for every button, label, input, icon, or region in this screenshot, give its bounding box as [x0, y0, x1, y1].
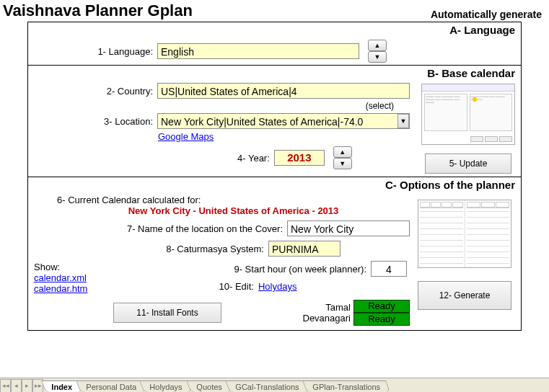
- show-xml-link[interactable]: calendar.xml: [34, 272, 100, 283]
- page-title: Vaishnava Planner Gplan: [3, 1, 193, 20]
- show-htm-link[interactable]: calendar.htm: [34, 283, 100, 294]
- tab-nav-next[interactable]: ▸: [22, 379, 32, 392]
- location-combo[interactable]: New York City|United States of America|-…: [157, 113, 410, 129]
- section-a-title: A- Language: [28, 22, 521, 37]
- tab-holydays[interactable]: Holydays: [140, 380, 193, 392]
- google-maps-link[interactable]: Google Maps: [158, 131, 214, 142]
- current-calendar-label: 6- Current Calendar calculated for:: [57, 195, 201, 205]
- year-label: 4- Year:: [237, 153, 270, 164]
- caturmasya-field[interactable]: PURNIMA: [268, 241, 341, 257]
- select-hint: (select): [366, 101, 394, 111]
- section-b-title: B- Base calendar: [28, 66, 521, 81]
- install-fonts-button[interactable]: 11- Install Fonts: [113, 303, 221, 323]
- font-devanagari-status: Ready: [353, 313, 410, 326]
- location-label: 3- Location:: [34, 116, 153, 127]
- country-field[interactable]: US|United States of America|4: [157, 83, 410, 99]
- language-spin-down[interactable]: ▼: [368, 51, 387, 63]
- edit-label: 10- Edit:: [219, 281, 254, 292]
- cover-label: 7- Name of the location on the Cover:: [34, 223, 283, 234]
- generate-button[interactable]: 12- Generate: [418, 281, 511, 310]
- base-calendar-thumbnail: ▬▬▬ ▬▬ ▬▬▬▬ ▬▬ ▬▬▬ ▬▬ ▬▬▬▬ ▬▬ ▬▬▬ ▬▬▬ ▬▬…: [421, 84, 515, 145]
- cover-field[interactable]: New York City: [287, 220, 410, 236]
- tab-nav-prev[interactable]: ◂: [11, 379, 22, 392]
- tab-gplan-translations[interactable]: GPlan-Translations: [302, 380, 390, 392]
- current-calendar-value: New York City - United States of America…: [128, 205, 339, 216]
- tab-nav-first[interactable]: ◂◂: [0, 379, 11, 392]
- caturmasya-label: 8- Caturmasya System:: [34, 244, 264, 254]
- planner-thumbnail: [418, 200, 511, 268]
- year-spin-down[interactable]: ▼: [333, 158, 352, 169]
- edit-holydays-link[interactable]: Holydays: [258, 281, 297, 292]
- tab-personal-data[interactable]: Personal Data: [76, 380, 146, 392]
- country-label: 2- Country:: [34, 86, 153, 97]
- language-label: 1- Language:: [34, 46, 153, 57]
- year-spin-up[interactable]: ▲: [333, 146, 352, 158]
- auto-generate-label: Automatically generate: [431, 9, 542, 20]
- sheet-tabstrip: ◂◂ ◂ ▸ ▸▸ Index Personal Data Holydays Q…: [0, 378, 549, 392]
- font-tamal-status: Ready: [353, 300, 410, 313]
- start-hour-field[interactable]: 4: [371, 261, 407, 277]
- font-devanagari-label: Devanagari: [303, 313, 351, 324]
- show-label: Show:: [34, 262, 100, 272]
- font-tamal-label: Tamal: [325, 302, 351, 313]
- language-field[interactable]: English: [157, 43, 359, 59]
- year-field[interactable]: 2013: [274, 150, 325, 166]
- tab-gcal-translations[interactable]: GCal-Translations: [225, 380, 309, 392]
- location-combo-arrow[interactable]: ▼: [398, 114, 409, 128]
- update-button[interactable]: 5- Update: [425, 153, 511, 174]
- tab-quotes[interactable]: Quotes: [186, 380, 232, 392]
- language-spin-up[interactable]: ▲: [368, 40, 387, 51]
- section-c-title: C- Options of the planner: [28, 177, 521, 192]
- start-hour-label: 9- Start hour (on week planner):: [234, 264, 366, 275]
